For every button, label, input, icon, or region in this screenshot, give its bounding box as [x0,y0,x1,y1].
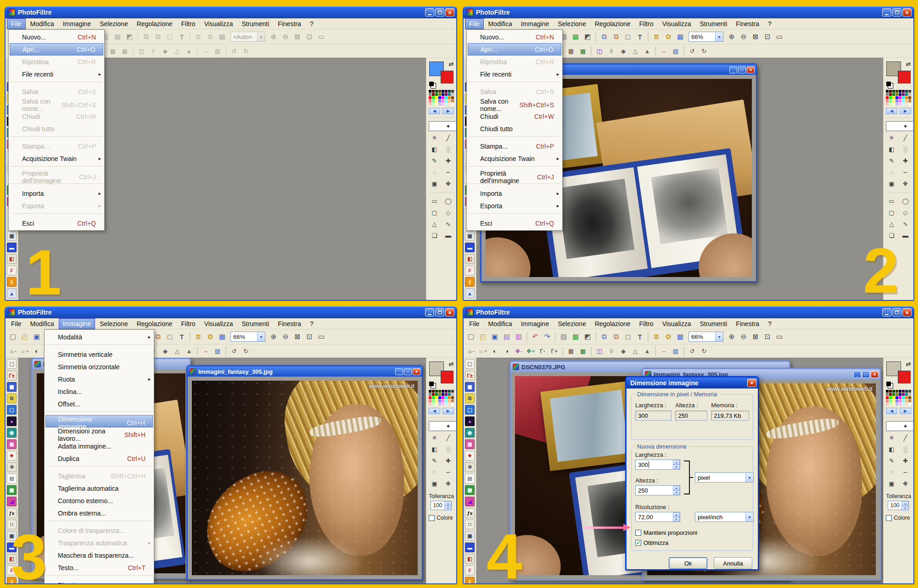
menu-item[interactable]: Salva Ctrl+S [468,85,561,98]
menu-bar-item[interactable]: ? [764,318,776,329]
line-tool[interactable]: ╱ [900,133,912,143]
rotate-right-icon[interactable]: ↻ [240,45,252,57]
palette-color[interactable] [886,399,889,402]
blur-tool[interactable]: ◌ [886,467,898,477]
palette-color[interactable] [442,403,444,405]
palette-color[interactable] [889,403,892,405]
menu-bar-item[interactable]: Selezione [554,318,590,329]
image-mode-icon[interactable]: ◩ [582,331,593,343]
fullscreen-icon[interactable]: ▭ [315,331,327,343]
menu-bar-item[interactable]: Regolazione [133,318,177,329]
polygon-selection[interactable]: ❏ [429,230,441,241]
menu-bar-item[interactable]: Filtro [635,318,658,329]
toolbar-icon[interactable] [655,46,656,56]
toolbar-icon[interactable] [648,32,649,42]
open-icon[interactable]: ◰ [19,331,31,343]
menu-item[interactable]: Esci Ctrl+Q [10,217,103,229]
brush-tool[interactable]: ✎ [886,155,898,166]
gamma-plus-icon[interactable]: Γ+ [549,345,560,357]
palette-color[interactable] [889,103,892,105]
close-icon[interactable]: × [413,368,420,375]
palette-color[interactable] [889,100,892,102]
zoom-in-icon[interactable]: ⊕ [268,31,280,43]
text-tool-icon[interactable]: T [176,331,188,343]
palette-color[interactable] [905,100,908,102]
default-colors-icon[interactable] [886,82,891,86]
plugin-dots-icon[interactable]: ∷ [465,520,475,529]
photomask-icon[interactable]: ◫ [593,45,605,57]
menu-bar-item[interactable]: Immagine [59,18,95,29]
default-colors-icon[interactable] [429,382,434,386]
sharpen-icon[interactable]: △ [171,45,183,57]
palette-color[interactable] [905,396,908,399]
palette-color[interactable] [886,403,889,405]
rotate-left-icon[interactable]: ↺ [228,45,240,57]
plugin-script-icon[interactable]: F [7,266,17,275]
sharpen-more-icon[interactable]: ▲ [641,345,653,357]
new-icon[interactable]: ▢ [465,331,477,343]
palette-color[interactable] [438,96,441,99]
palette-color[interactable] [896,393,898,396]
menu-item[interactable]: Salva con nome... Shift+Ctrl+S [10,98,103,110]
palette-color[interactable] [451,90,454,93]
colors-more-icon[interactable]: ▩ [577,45,589,57]
stretch-rgb-icon[interactable]: ⇔ [658,345,670,357]
menu-bar-item[interactable]: Modifica [484,318,516,329]
colors-less-icon[interactable]: ▦ [565,345,577,357]
toolbar-icon[interactable] [190,32,190,42]
ellipse-selection[interactable]: ◯ [900,196,912,206]
print-icon[interactable]: ▤ [501,331,513,343]
sharpen-icon[interactable]: △ [629,345,641,357]
palette-color[interactable] [442,396,444,399]
menu-item[interactable]: Taglierina Shift+Ctrl+H [45,470,153,482]
zoom-out-icon[interactable]: ⊖ [280,331,291,343]
color-palette-icon[interactable]: ▦ [112,31,123,43]
palette-color[interactable] [892,399,895,402]
menu-bar-item[interactable]: Finestra [274,318,305,329]
palette-color[interactable] [445,90,448,93]
explorer-icon[interactable]: ≣ [650,31,662,43]
zoom-select[interactable]: 66% ▾ [688,332,723,342]
spray-tool[interactable]: ░ [900,144,912,155]
explorer-icon[interactable]: ≣ [650,331,662,343]
resolution-unit-select[interactable]: pixel/inch ▾ [695,512,754,522]
palette-color[interactable] [896,103,898,105]
show-selection-icon[interactable]: ◻ [164,31,176,43]
rotate-left-icon[interactable]: ↺ [686,345,698,357]
palette-color[interactable] [905,96,908,99]
plugin-fx-icon[interactable]: ƒx [465,508,475,518]
menu-item[interactable]: Dimensioni zona lavoro... Shift+H [45,427,153,440]
zoom-select[interactable]: 66% ▾ [688,32,723,42]
palette-color[interactable] [896,90,898,93]
fullscreen-icon[interactable]: ▭ [773,331,785,343]
photomask-icon[interactable]: ◫ [135,45,147,57]
palette-color[interactable] [886,93,889,96]
palette-color[interactable] [442,96,444,99]
palette-color[interactable] [435,103,438,105]
rotate-left-icon[interactable]: ↺ [686,45,698,57]
palette-color[interactable] [889,399,892,402]
minimize-button[interactable]: _ [729,67,737,73]
palette-color[interactable] [435,399,438,402]
menu-bar-item[interactable]: Visualizza [200,18,237,29]
module-icon[interactable]: ▦ [674,331,686,343]
palette-color[interactable] [899,390,901,393]
menu-bar-item[interactable]: Filtro [635,18,658,29]
menu-item[interactable]: File recenti ► [10,68,103,80]
menu-item[interactable]: Salva con nome... Shift+Ctrl+S [468,98,561,110]
palette-color[interactable] [451,96,454,99]
palette-color[interactable] [432,100,435,102]
toolbar-icon[interactable] [197,346,198,356]
palette-color[interactable] [889,96,892,99]
menu-item[interactable]: Trasparenza automatica ► [45,537,153,549]
plugin-monitor-icon[interactable]: ▢ [465,405,475,415]
spray-tool[interactable]: ░ [442,144,454,155]
menu-item[interactable]: Maschera di trasparenza... [45,549,153,561]
triangle-selection[interactable]: △ [886,219,898,229]
menu-item[interactable]: Testo... Ctrl+T [45,561,153,574]
palette-color[interactable] [448,90,451,93]
plugin-frame-icon[interactable]: ▣ [465,531,475,541]
menu-item[interactable]: Apri... Ctrl+O [468,43,561,55]
palette-color[interactable] [448,93,451,96]
plugin-fx-icon[interactable]: ƒx [7,508,17,518]
